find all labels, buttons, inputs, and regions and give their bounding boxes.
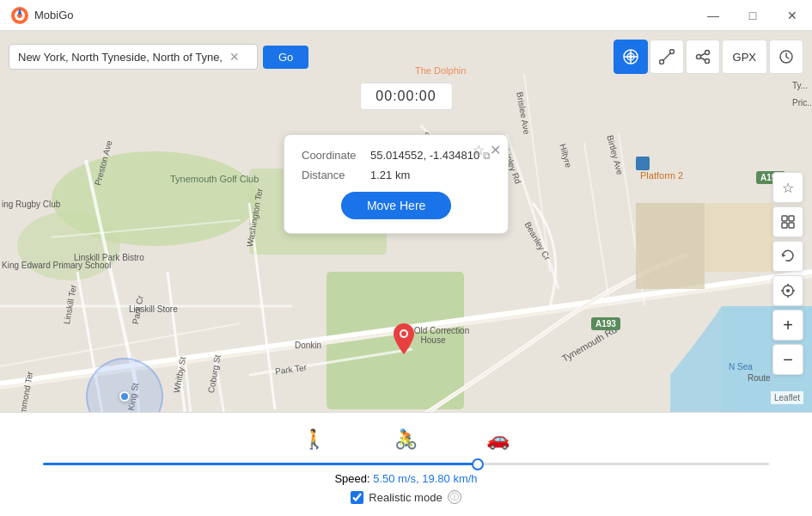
- clear-search-button[interactable]: ✕: [229, 50, 240, 64]
- svg-rect-46: [782, 216, 787, 221]
- svg-rect-47: [789, 216, 794, 221]
- coordinate-row: Coordinate 55.014552, -1.434810 ⧉: [302, 149, 491, 162]
- pin-icon: [394, 323, 414, 354]
- coordinate-popup: ☆ ✕ Coordinate 55.014552, -1.434810 ⧉ Di…: [284, 134, 509, 234]
- svg-point-36: [629, 55, 632, 58]
- bottom-panel: 🚶 🚴 🚗 Speed: 5.50 m/s, 19.80 km/h Realis…: [0, 412, 812, 516]
- route-button[interactable]: [650, 40, 684, 74]
- history-button[interactable]: [769, 40, 803, 74]
- car-mode-button[interactable]: 🚗: [452, 425, 544, 454]
- location-dot: [119, 391, 130, 402]
- distance-row: Distance 1.21 km: [302, 169, 491, 181]
- walk-mode-button[interactable]: 🚶: [268, 425, 360, 454]
- transport-mode-row: 🚶 🚴 🚗: [17, 425, 795, 454]
- map-area: The Dolphin The Old CorrectionHouse Plat…: [0, 31, 812, 516]
- toolbar-right: GPX: [614, 40, 803, 74]
- coordinate-value: 55.014552, -1.434810: [370, 149, 479, 162]
- locate-control-button[interactable]: [772, 275, 803, 306]
- teleport-icon: [622, 48, 639, 65]
- maximize-button[interactable]: □: [733, 0, 772, 31]
- popup-star-button[interactable]: ☆: [473, 142, 485, 158]
- go-button[interactable]: Go: [263, 46, 308, 69]
- zoom-out-button[interactable]: −: [772, 344, 803, 375]
- reset-control-button[interactable]: [772, 241, 803, 272]
- coordinate-label: Coordinate: [302, 149, 370, 162]
- window-controls: — □ ✕: [693, 0, 812, 31]
- map-pin[interactable]: [394, 323, 414, 358]
- speed-label: Speed:: [334, 472, 369, 485]
- svg-rect-27: [636, 157, 650, 170]
- top-toolbar: ✕ Go: [0, 40, 812, 74]
- svg-rect-49: [789, 223, 794, 228]
- minimize-button[interactable]: —: [693, 0, 733, 31]
- svg-rect-29: [705, 203, 773, 272]
- popup-header: ☆ ✕: [473, 142, 501, 158]
- search-box[interactable]: ✕: [9, 44, 258, 70]
- svg-line-44: [700, 58, 705, 60]
- gpx-button[interactable]: GPX: [722, 40, 767, 74]
- realistic-mode-row: Realistic mode ⓘ: [17, 490, 795, 504]
- reset-icon: [780, 249, 796, 264]
- svg-line-39: [662, 53, 670, 61]
- bike-mode-button[interactable]: 🚴: [360, 425, 452, 454]
- route-icon: [659, 49, 675, 64]
- svg-point-42: [705, 59, 709, 64]
- speed-value: 5.50 m/s, 19.80 km/h: [373, 472, 477, 485]
- svg-rect-28: [636, 203, 705, 289]
- timer-display: 00:00:00: [359, 83, 452, 110]
- star-control-button[interactable]: ☆: [772, 172, 803, 203]
- layers-control-button[interactable]: [772, 206, 803, 237]
- popup-close-button[interactable]: ✕: [490, 142, 501, 158]
- locate-icon: [780, 283, 796, 298]
- app-title: MobiGo: [34, 9, 74, 22]
- share-icon: [695, 49, 711, 64]
- realistic-mode-label: Realistic mode: [369, 491, 442, 504]
- teleport-button[interactable]: [614, 40, 648, 74]
- svg-point-41: [696, 55, 700, 59]
- realistic-mode-checkbox[interactable]: [351, 491, 363, 504]
- svg-rect-48: [782, 223, 787, 228]
- distance-label: Distance: [302, 169, 370, 181]
- speed-slider[interactable]: [43, 463, 769, 465]
- leaflet-attribution: Leaflet: [771, 391, 803, 404]
- a193-badge-1: A193: [591, 317, 620, 330]
- search-input[interactable]: [18, 51, 224, 64]
- history-icon: [778, 49, 794, 64]
- share-button[interactable]: [686, 40, 720, 74]
- zoom-in-button[interactable]: +: [772, 310, 803, 341]
- move-here-button[interactable]: Move Here: [341, 192, 451, 219]
- right-controls: ☆ + −: [772, 172, 803, 375]
- layers-icon: [780, 214, 796, 230]
- title-bar: MobiGo — □ ✕: [0, 0, 812, 31]
- svg-line-43: [700, 53, 705, 56]
- distance-value: 1.21 km: [370, 169, 410, 181]
- svg-point-51: [786, 289, 790, 292]
- speed-slider-row: [17, 463, 795, 465]
- realistic-mode-info-icon[interactable]: ⓘ: [448, 490, 461, 504]
- app-logo: MobiGo: [0, 6, 84, 25]
- svg-point-31: [401, 331, 406, 336]
- svg-point-40: [705, 51, 709, 55]
- app-logo-icon: [10, 6, 29, 25]
- speed-display: Speed: 5.50 m/s, 19.80 km/h: [17, 472, 795, 485]
- close-button[interactable]: ✕: [772, 0, 812, 31]
